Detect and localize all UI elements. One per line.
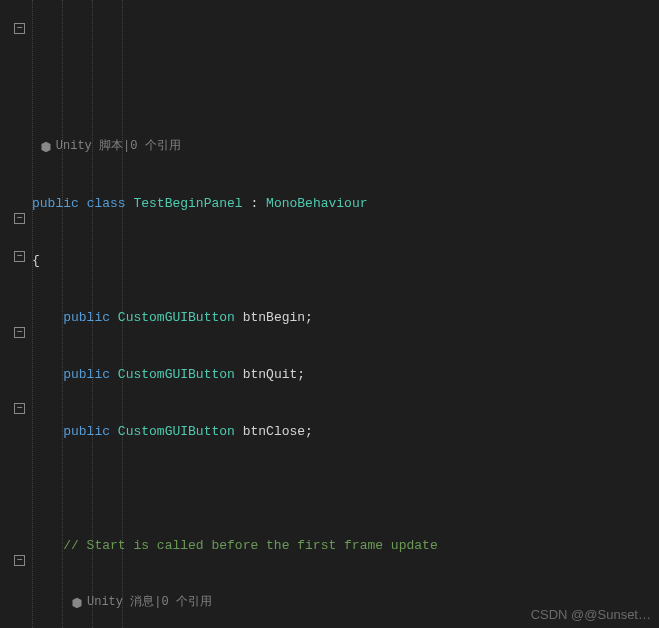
keyword-class: class — [87, 196, 126, 211]
gutter: − − − − − − — [0, 0, 28, 628]
class-name: TestBeginPanel — [133, 196, 242, 211]
fold-icon[interactable]: − — [14, 251, 25, 262]
keyword-public: public — [32, 196, 79, 211]
base-class: MonoBehaviour — [266, 196, 367, 211]
code-editor: − − − − − − Unity 脚本|0 个引用 public class … — [0, 0, 659, 628]
codelens-class[interactable]: Unity 脚本|0 个引用 — [40, 137, 181, 156]
fold-icon[interactable]: − — [14, 555, 25, 566]
unity-icon — [71, 597, 83, 609]
codelens-start[interactable]: Unity 消息|0 个引用 — [71, 593, 212, 612]
field-btnBegin: btnBegin — [243, 310, 305, 325]
field-type: CustomGUIButton — [118, 310, 235, 325]
comment: // Start is called before the first fram… — [63, 538, 437, 553]
field-btnClose: btnClose — [243, 424, 305, 439]
fold-icon[interactable]: − — [14, 327, 25, 338]
code-area[interactable]: Unity 脚本|0 个引用 public class TestBeginPan… — [28, 0, 659, 628]
field-btnQuit: btnQuit — [243, 367, 298, 382]
fold-icon[interactable]: − — [14, 23, 25, 34]
unity-icon — [40, 141, 52, 153]
watermark: CSDN @@Sunset… — [531, 607, 651, 622]
fold-icon[interactable]: − — [14, 213, 25, 224]
brace-open: { — [32, 253, 40, 268]
fold-icon[interactable]: − — [14, 403, 25, 414]
